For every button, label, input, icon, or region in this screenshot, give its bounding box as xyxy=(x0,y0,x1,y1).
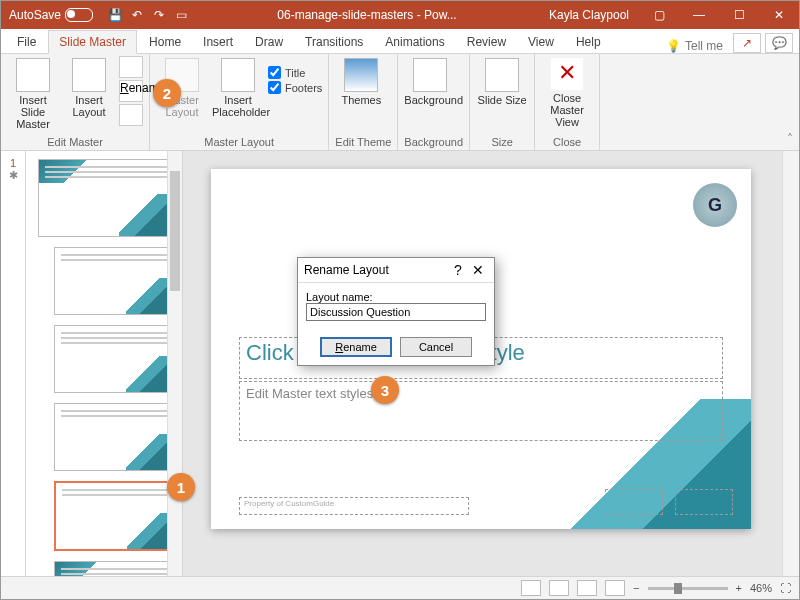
rename-button[interactable]: Rename xyxy=(320,337,392,357)
layout-name-input[interactable] xyxy=(306,303,486,321)
ribbon: Insert Slide Master Insert Layout Rename… xyxy=(1,54,799,151)
quick-access-toolbar: 💾 ↶ ↷ ▭ xyxy=(101,7,195,23)
toggle-off-icon xyxy=(65,8,93,22)
tab-transitions[interactable]: Transitions xyxy=(295,31,373,53)
tab-animations[interactable]: Animations xyxy=(375,31,454,53)
tab-insert[interactable]: Insert xyxy=(193,31,243,53)
sorter-view-icon[interactable] xyxy=(549,580,569,596)
titlebar: AutoSave 💾 ↶ ↷ ▭ 06-manage-slide-masters… xyxy=(1,1,799,29)
outline-col: 1 ✱ xyxy=(1,151,26,577)
number-placeholder[interactable] xyxy=(675,489,733,515)
insert-placeholder-button[interactable]: Insert Placeholder xyxy=(212,56,264,118)
zoom-in-icon[interactable]: + xyxy=(736,582,742,594)
callout-3: 3 xyxy=(371,376,399,404)
tab-file[interactable]: File xyxy=(7,31,46,53)
layout-thumb-selected[interactable] xyxy=(54,481,176,551)
themes-button[interactable]: Themes xyxy=(335,56,387,106)
group-label: Edit Theme xyxy=(335,134,391,150)
dialog-title: Rename Layout xyxy=(304,263,389,277)
callout-1: 1 xyxy=(167,473,195,501)
maximize-icon[interactable]: ☐ xyxy=(719,1,759,29)
status-bar: − + 46% ⛶ xyxy=(1,576,799,599)
tab-help[interactable]: Help xyxy=(566,31,611,53)
thumb-scrollbar[interactable] xyxy=(167,151,182,577)
background-button[interactable]: Background xyxy=(404,56,456,106)
tab-view[interactable]: View xyxy=(518,31,564,53)
close-icon[interactable]: ✕ xyxy=(759,1,799,29)
slide-logo-icon: G xyxy=(693,183,737,227)
autosave-toggle[interactable]: AutoSave xyxy=(1,8,101,22)
slide-size-icon xyxy=(485,58,519,92)
ribbon-tabs: File Slide Master Home Insert Draw Trans… xyxy=(1,29,799,54)
tab-slide-master[interactable]: Slide Master xyxy=(48,30,137,54)
lightbulb-icon: 💡 xyxy=(666,39,681,53)
group-label: Size xyxy=(476,134,528,150)
background-icon xyxy=(413,58,447,92)
layout-thumb[interactable] xyxy=(54,247,174,315)
tab-home[interactable]: Home xyxy=(139,31,191,53)
share-icon[interactable]: ↗ xyxy=(733,33,761,53)
body-placeholder[interactable]: Edit Master text styles xyxy=(239,381,723,441)
undo-icon[interactable]: ↶ xyxy=(129,7,145,23)
delete-button[interactable] xyxy=(119,56,143,78)
group-label: Edit Master xyxy=(7,134,143,150)
canvas-scrollbar[interactable] xyxy=(782,151,799,577)
redo-icon[interactable]: ↷ xyxy=(151,7,167,23)
insert-layout-button[interactable]: Insert Layout xyxy=(63,56,115,118)
title-checkbox[interactable]: Title xyxy=(268,66,322,79)
layout-thumb[interactable] xyxy=(54,403,174,471)
slide-master-icon xyxy=(16,58,50,92)
comments-icon[interactable]: 💬 xyxy=(765,33,793,53)
help-icon[interactable]: ? xyxy=(448,262,468,278)
slide-size-button[interactable]: Slide Size xyxy=(476,56,528,106)
rename-layout-dialog: Rename Layout ? ✕ Layout name: Rename Ca… xyxy=(297,257,495,366)
callout-2: 2 xyxy=(153,79,181,107)
user-name[interactable]: Kayla Claypool xyxy=(539,8,639,22)
insert-slide-master-button[interactable]: Insert Slide Master xyxy=(7,56,59,130)
ribbon-options-icon[interactable]: ▢ xyxy=(639,1,679,29)
close-dialog-icon[interactable]: ✕ xyxy=(468,262,488,278)
slideshow-view-icon[interactable] xyxy=(605,580,625,596)
normal-view-icon[interactable] xyxy=(521,580,541,596)
group-label: Close xyxy=(541,134,593,150)
tell-me-label: Tell me xyxy=(685,39,723,53)
fit-to-window-icon[interactable]: ⛶ xyxy=(780,582,791,594)
start-slideshow-icon[interactable]: ▭ xyxy=(173,7,189,23)
zoom-out-icon[interactable]: − xyxy=(633,582,639,594)
save-icon[interactable]: 💾 xyxy=(107,7,123,23)
group-label: Master Layout xyxy=(156,134,322,150)
footer-placeholder[interactable]: Property of CustomGuide xyxy=(239,497,469,515)
placeholder-icon xyxy=(221,58,255,92)
thumbnail-pane[interactable] xyxy=(26,151,183,577)
minimize-icon[interactable]: — xyxy=(679,1,719,29)
zoom-level[interactable]: 46% xyxy=(750,582,772,594)
tab-review[interactable]: Review xyxy=(457,31,516,53)
tell-me-search[interactable]: 💡 Tell me xyxy=(666,39,731,53)
layout-thumb[interactable] xyxy=(54,325,174,393)
reading-view-icon[interactable] xyxy=(577,580,597,596)
layout-thumb[interactable] xyxy=(54,561,174,577)
master-index: 1 xyxy=(1,157,25,169)
master-thumb[interactable] xyxy=(38,159,174,237)
themes-icon xyxy=(344,58,378,92)
zoom-slider[interactable] xyxy=(648,587,728,590)
date-placeholder[interactable] xyxy=(605,489,663,515)
insert-layout-icon xyxy=(72,58,106,92)
layout-name-label: Layout name: xyxy=(306,291,486,303)
autosave-label: AutoSave xyxy=(9,8,61,22)
collapse-ribbon-icon[interactable]: ˄ xyxy=(787,132,793,146)
close-master-view-button[interactable]: ✕Close Master View xyxy=(541,56,593,128)
cancel-button[interactable]: Cancel xyxy=(400,337,472,357)
group-label: Background xyxy=(404,134,463,150)
preserve-button[interactable] xyxy=(119,104,143,126)
rename-button[interactable]: Rename xyxy=(119,80,143,102)
tab-draw[interactable]: Draw xyxy=(245,31,293,53)
footers-checkbox[interactable]: Footers xyxy=(268,81,322,94)
window-title: 06-manage-slide-masters - Pow... xyxy=(195,8,539,22)
